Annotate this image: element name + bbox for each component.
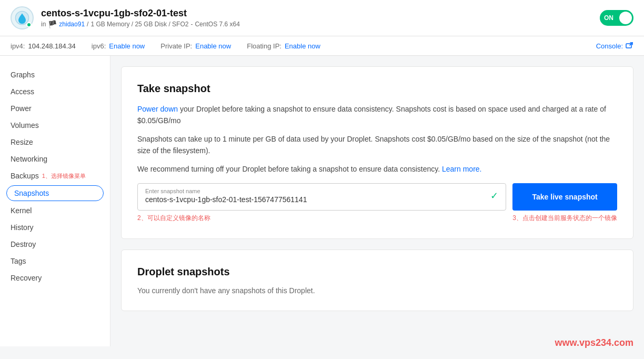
- info-bar: ipv4: 104.248.184.34 ipv6: Enable now Pr…: [0, 36, 644, 56]
- user-link[interactable]: zhidao91: [59, 21, 85, 28]
- external-link-icon: [625, 42, 633, 50]
- console-link[interactable]: Console:: [596, 42, 633, 50]
- private-ip-label: Private IP:: [160, 42, 192, 50]
- droplet-meta: in 🏴 zhidao91 / 1 GB Memory / 25 GB Disk…: [41, 20, 240, 28]
- take-snapshot-title: Take snapshot: [137, 83, 617, 95]
- ipv6-enable-link[interactable]: Enable now: [109, 42, 145, 50]
- sidebar-item-resize[interactable]: Resize: [0, 134, 110, 151]
- floating-ip-label: Floating IP:: [247, 42, 281, 50]
- input-valid-icon: ✓: [490, 190, 498, 202]
- snapshot-name-input-wrapper: Enter snapshot name ✓: [137, 183, 506, 211]
- main-content: Take snapshot Power down your Droplet be…: [110, 56, 644, 346]
- toggle-label: ON: [604, 14, 613, 22]
- droplet-snapshots-title: Droplet snapshots: [137, 266, 617, 278]
- online-indicator: [26, 22, 32, 27]
- toggle-knob: [619, 12, 632, 24]
- ipv6-label: ipv6:: [92, 42, 106, 50]
- no-snapshots-text: You currently don't have any snapshots o…: [137, 286, 617, 295]
- floating-ip-info: Floating IP: Enable now: [247, 42, 320, 50]
- sidebar: GraphsAccessPowerVolumesResizeNetworking…: [0, 56, 110, 346]
- snapshot-info-p1: Power down your Droplet before taking a …: [137, 103, 617, 127]
- sidebar-item-backups[interactable]: Backups1、选择镜像菜单: [0, 167, 110, 184]
- snapshot-action-row: Enter snapshot name ✓ 2、可以自定义镜像的名称 Take …: [137, 183, 617, 223]
- snapshot-input-label: Enter snapshot name: [145, 188, 486, 194]
- sidebar-item-recovery[interactable]: Recovery: [0, 270, 110, 286]
- ipv6-info: ipv6: Enable now: [92, 42, 145, 50]
- private-ip-enable-link[interactable]: Enable now: [195, 42, 231, 50]
- console-container: Console:: [596, 42, 633, 50]
- floating-ip-enable-link[interactable]: Enable now: [285, 42, 320, 50]
- annotation-button: 3、点击创建当前服务状态的一个镜像: [512, 214, 617, 223]
- ipv4-value: 104.248.184.34: [28, 42, 75, 50]
- ipv4-info: ipv4: 104.248.184.34: [11, 42, 76, 50]
- sidebar-annotation: 1、选择镜像菜单: [42, 172, 86, 180]
- snapshot-name-input[interactable]: [145, 195, 486, 204]
- ipv4-label: ipv4:: [11, 42, 25, 50]
- main-layout: GraphsAccessPowerVolumesResizeNetworking…: [0, 56, 644, 346]
- take-snapshot-card: Take snapshot Power down your Droplet be…: [121, 66, 633, 239]
- sidebar-item-tags[interactable]: Tags: [0, 253, 110, 270]
- sidebar-item-access[interactable]: Access: [0, 83, 110, 100]
- sidebar-item-networking[interactable]: Networking: [0, 151, 110, 167]
- droplet-icon: [11, 6, 34, 29]
- droplet-snapshots-card: Droplet snapshots You currently don't ha…: [121, 250, 633, 311]
- toggle-switch[interactable]: ON: [600, 10, 633, 26]
- annotation-row: 2、可以自定义镜像的名称: [137, 211, 506, 223]
- learn-more-link[interactable]: Learn more.: [442, 165, 481, 173]
- snapshot-info-p2: Snapshots can take up to 1 minute per GB…: [137, 133, 617, 157]
- sidebar-item-kernel[interactable]: Kernel: [0, 202, 110, 219]
- droplet-info: centos-s-1vcpu-1gb-sfo2-01-test in 🏴 zhi…: [41, 8, 240, 28]
- header-left: centos-s-1vcpu-1gb-sfo2-01-test in 🏴 zhi…: [11, 6, 240, 29]
- flag-icon: 🏴: [48, 20, 57, 28]
- droplet-title: centos-s-1vcpu-1gb-sfo2-01-test: [41, 8, 240, 19]
- page-header: centos-s-1vcpu-1gb-sfo2-01-test in 🏴 zhi…: [0, 0, 644, 36]
- private-ip-info: Private IP: Enable now: [160, 42, 231, 50]
- sidebar-item-destroy[interactable]: Destroy: [0, 236, 110, 253]
- sidebar-item-power[interactable]: Power: [0, 100, 110, 117]
- take-snapshot-button[interactable]: Take live snapshot: [512, 183, 617, 211]
- sidebar-item-graphs[interactable]: Graphs: [0, 66, 110, 83]
- power-down-link[interactable]: Power down: [137, 105, 178, 113]
- sidebar-item-snapshots[interactable]: Snapshots: [6, 185, 104, 201]
- sidebar-item-volumes[interactable]: Volumes: [0, 117, 110, 134]
- power-toggle[interactable]: ON: [600, 10, 633, 26]
- sidebar-item-history[interactable]: History: [0, 219, 110, 236]
- console-label: Console:: [596, 42, 623, 50]
- annotation-name: 2、可以自定义镜像的名称: [137, 214, 210, 223]
- snapshot-info-p3: We recommend turning off your Droplet be…: [137, 163, 617, 175]
